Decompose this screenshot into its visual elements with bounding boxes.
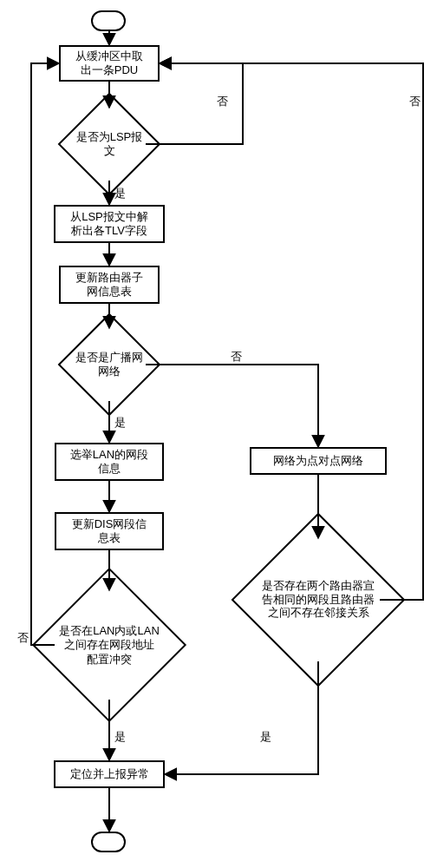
lbl-islsp-no: 否 <box>217 94 228 109</box>
report-box: 定位并上报异常 <box>54 760 165 788</box>
update-dis-box: 更新DIS网段信息表 <box>55 512 164 550</box>
fetch-text: 从缓冲区中取出一条PDU <box>75 49 143 78</box>
update-subnet-text: 更新路由器子网信息表 <box>75 271 143 299</box>
start-terminal <box>91 10 126 31</box>
lbl-broad-no: 否 <box>231 349 242 365</box>
lbl-lan-no: 否 <box>17 630 29 646</box>
lbl-two-yes: 是 <box>260 729 271 745</box>
lan-conflict-text: 是否在LAN内或LAN之间存在网段地址配置冲突 <box>43 624 174 667</box>
lbl-two-no: 否 <box>409 94 421 109</box>
elect-lan-text: 选举LAN的网段信息 <box>70 448 148 477</box>
lbl-islsp-yes: 是 <box>114 186 126 201</box>
two-routers-diamond: 是否存在两个路由器宣告相同的网段且路由器之间不存在邻接关系 <box>257 538 380 661</box>
parse-tlv-box: 从LSP报文中解析出各TLV字段 <box>54 205 165 243</box>
update-dis-text: 更新DIS网段信息表 <box>72 517 147 546</box>
parse-tlv-text: 从LSP报文中解析出各TLV字段 <box>70 210 148 239</box>
lbl-lan-yes: 是 <box>114 729 126 745</box>
update-subnet-box: 更新路由器子网信息表 <box>59 266 160 304</box>
lbl-broad-yes: 是 <box>114 415 126 431</box>
p2p-box: 网络为点对点网络 <box>250 447 387 475</box>
two-routers-text: 是否存在两个路由器宣告相同的网段且路由器之间不存在邻接关系 <box>238 580 399 621</box>
is-lsp-diamond: 是否为LSP报文 <box>73 108 146 181</box>
is-broadcast-text: 是否是广播网网络 <box>58 351 160 379</box>
end-terminal <box>91 832 126 852</box>
report-text: 定位并上报异常 <box>70 767 149 781</box>
is-broadcast-diamond: 是否是广播网网络 <box>73 328 146 401</box>
lan-conflict-diamond: 是否在LAN内或LAN之间存在网段地址配置冲突 <box>55 590 164 700</box>
is-lsp-text: 是否为LSP报文 <box>58 130 160 159</box>
elect-lan-box: 选举LAN的网段信息 <box>55 443 164 481</box>
p2p-text: 网络为点对点网络 <box>273 454 363 468</box>
fetch-box: 从缓冲区中取出一条PDU <box>59 45 160 82</box>
